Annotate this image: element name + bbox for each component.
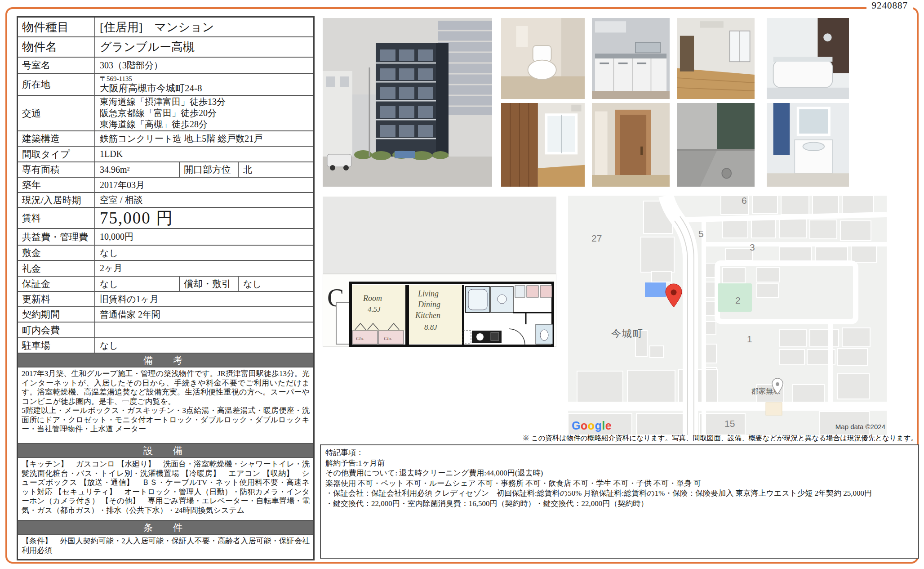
bathroom-photo [767,18,849,99]
row-label: 共益費・管理費 [18,229,95,245]
map-copyright: Map data ©2024 [819,423,885,430]
transport-line: 東海道線「摂津富田」徒歩13分 [100,96,313,108]
table-row: 共益費・管理費 10,000円 [18,229,313,246]
row-value [95,323,313,337]
ldk-label-1: Living [418,289,439,298]
special-notes-line: ・鍵交換代：22,000円・室内除菌消臭費：16,500円（契約時）・鍵交換代：… [325,499,914,509]
row-value: 東海道線「摂津富田」徒歩13分 阪急京都線「富田」徒歩20分 東海道線「高槻」徒… [95,96,313,130]
table-row: 契約期間 普通借家 2年間 [18,307,313,323]
table-row: 町内会費 [18,323,313,338]
table-row: 所在地 〒569-1135 大阪府高槻市今城町24-8 [18,74,313,96]
table-row: 現況/入居時期 空室 / 相談 [18,193,313,208]
park-area [718,283,752,312]
table-row: 築年 2017年03月 [18,178,313,193]
building-exterior-photo [323,18,492,187]
special-notes-title: 特記事項： [325,448,914,458]
equipment-text: 【キッチン】 ガスコンロ 【水廻り】 洗面台・浴室乾燥機・シャワートイレ・洗髪洗… [18,458,313,521]
block-number: 1 [747,334,752,344]
row-label: 物件名 [18,37,95,57]
property-listing-sheet: 9240887 物件種目 [住居用] マンション 物件名 グランブルー高槻 号室… [0,0,924,569]
table-row-rent: 賃料 75,000 円 [18,208,313,229]
balcony [336,303,350,344]
block-number: 15 [724,418,735,429]
room-label: Room [363,294,382,303]
row-label: 所在地 [18,74,95,95]
ldk-label-2: Dining [418,300,440,309]
toilet-photo [501,18,585,99]
row-value: 10,000円 [95,229,313,245]
row-label: 賃料 [18,208,95,228]
table-row: 間取タイプ 1LDK [18,147,313,162]
row-value: 1LDK [95,147,313,161]
special-notes-line: その他費用について: 退去時クリーニング費用:44,000円(退去時) [325,468,914,479]
row-value-2: なし [239,277,313,291]
kitchen-photo [592,18,670,99]
table-row: 専有面積 34.96m² 開口部方位 北 [18,162,313,178]
document-number: 9240887 [866,0,914,11]
table-row: 交通 東海道線「摂津富田」徒歩13分 阪急京都線「富田」徒歩20分 東海道線「高… [18,96,313,131]
remarks-paragraph-1: 2017年3月築、生和グループ施工・管理の築浅物件です。JR摂津富田駅徒歩13分… [22,369,310,406]
table-row: 礼金 2ヶ月 [18,261,313,277]
row-value: 旧賃料の1ヶ月 [95,292,313,306]
ldk-label-3: Kitchen [415,311,440,320]
block-number: 5 [698,228,704,239]
row-value-2: 北 [239,162,313,177]
row-label: 契約期間 [18,307,95,322]
transport-line: 阪急京都線「富田」徒歩20分 [100,108,313,119]
special-notes-line: 楽器使用 不可・ペット 不可・ルームシェア 不可・事務所 不可・飲食店 不可・学… [325,479,914,489]
table-row: 駐車場 なし [18,338,313,354]
block-number: 27 [591,233,602,243]
row-label: 物件種目 [18,18,95,36]
table-row: 保証金 なし 償却・敷引 なし [18,277,313,292]
row-value: 34.96m² [95,162,180,177]
row-label: 更新料 [18,292,95,306]
row-label: 間取タイプ [18,147,95,161]
google-logo: Google [572,419,612,432]
bedroom-photo [501,103,585,187]
row-label: 専有面積 [18,162,95,177]
row-label: 交通 [18,96,95,130]
table-row: 号室名 303（3階部分） [18,58,313,74]
poi-building [766,403,782,415]
row-value: [住居用] マンション [95,18,313,36]
rent-amount: 75,000 円 [95,208,313,228]
closet-label: Clo. [356,336,364,341]
row-value: なし [95,246,313,260]
transport-line: 東海道線「高槻」徒歩28分 [100,119,313,130]
town-name-label: 今城町 [611,328,644,339]
table-row: 更新料 旧賃料の1ヶ月 [18,292,313,307]
row-value: 303（3階部分） [95,58,313,73]
room-size-label: 4.5J [368,305,381,314]
row-label-2: 開口部方位 [180,162,239,177]
ldk-size-label: 8.8J [424,323,438,332]
row-label: 敷金 [18,246,95,260]
row-label-2: 償却・敷引 [180,277,239,291]
row-label: 築年 [18,178,95,192]
row-label: 町内会費 [18,323,95,337]
row-value: 普通借家 2年間 [95,307,313,322]
toilet [536,324,553,344]
bathroom-unit [466,287,513,313]
row-value: なし [95,277,180,291]
row-value: グランブルー高槻 [95,37,313,57]
storage-cell [540,286,552,297]
row-label: 現況/入居時期 [18,193,95,207]
row-label: 号室名 [18,58,95,73]
row-value: 2017年03月 [95,178,313,192]
block-number: 3 [750,242,755,252]
row-label: 建築構造 [18,131,95,146]
balcony-photo [677,103,755,187]
special-notes-line: ・保証会社：保証会社利用必須 クレディセゾン 初回保証料:総賃料の50% 月額保… [325,488,914,499]
row-value: 空室 / 相談 [95,193,313,207]
location-map: 27 5 6 3 2 1 15 今城町 郡家無双 [568,196,887,435]
main-building [376,43,449,157]
remarks-text: 2017年3月築、生和グループ施工・管理の築浅物件です。JR摂津富田駅徒歩13分… [18,367,313,444]
row-value: 鉄筋コンクリート造 地上5階 総戸数21戸 [95,131,313,146]
row-label: 保証金 [18,277,95,291]
conditions-header: 条 件 [18,521,313,535]
row-value: 〒569-1135 大阪府高槻市今城町24-8 [95,74,313,95]
row-label: 駐車場 [18,338,95,353]
row-label: 礼金 [18,261,95,276]
special-notes-box: 特記事項： 解約予告:1ヶ月前 その他費用について: 退去時クリーニング費用:4… [320,444,919,559]
block-number: 6 [742,196,747,206]
